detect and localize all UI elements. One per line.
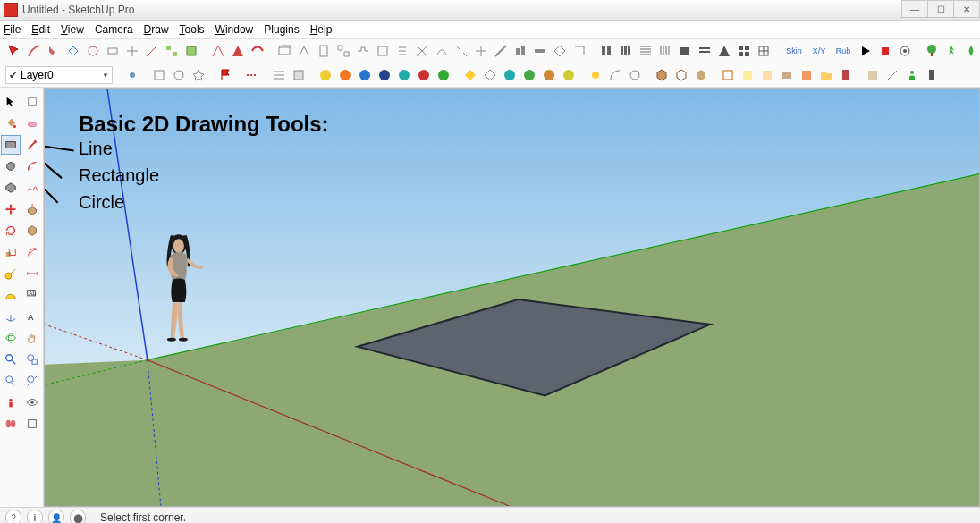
tool-icon[interactable] xyxy=(617,42,635,60)
tool-icon[interactable] xyxy=(570,42,588,60)
menu-view[interactable]: View xyxy=(61,23,84,36)
tool-icon[interactable] xyxy=(123,42,141,60)
zoom-extents-tool[interactable] xyxy=(22,371,42,391)
sphere-green-icon[interactable] xyxy=(435,66,452,84)
text-tool[interactable]: A1 xyxy=(22,285,42,305)
line-tool[interactable] xyxy=(22,135,42,155)
rectangle-tool[interactable] xyxy=(1,135,21,155)
box-icon[interactable] xyxy=(692,66,710,84)
tool-icon[interactable] xyxy=(531,42,549,60)
label-skin[interactable]: Skin xyxy=(781,42,807,60)
tool-icon[interactable] xyxy=(209,42,227,60)
menu-help[interactable]: Help xyxy=(310,23,333,36)
menu-draw[interactable]: Draw xyxy=(144,23,169,36)
tree-icon[interactable] xyxy=(923,42,941,60)
tool-icon[interactable] xyxy=(923,66,941,84)
tool-icon[interactable] xyxy=(270,66,288,84)
gear-icon[interactable] xyxy=(896,42,914,60)
label-xy[interactable]: X/Y xyxy=(808,42,830,60)
pan-tool[interactable] xyxy=(22,328,42,348)
protractor-tool[interactable] xyxy=(1,285,21,305)
tool-icon[interactable] xyxy=(393,42,411,60)
paint-bucket-tool[interactable] xyxy=(1,114,21,133)
tool-icon[interactable] xyxy=(606,66,624,84)
tool-icon[interactable] xyxy=(104,42,122,60)
tool-icon[interactable] xyxy=(64,42,82,60)
tool-icon[interactable] xyxy=(25,42,43,60)
sphere-navy-icon[interactable] xyxy=(376,66,393,84)
tool-icon[interactable] xyxy=(84,42,102,60)
3d-text-tool[interactable]: A xyxy=(22,307,42,326)
look-around-tool[interactable] xyxy=(22,392,42,412)
tool-icon[interactable] xyxy=(739,66,756,84)
tool-icon[interactable] xyxy=(735,42,753,60)
sphere-icon[interactable] xyxy=(540,66,558,84)
move-tool[interactable] xyxy=(1,199,21,219)
follow-me-tool[interactable] xyxy=(22,221,42,240)
tool-icon[interactable] xyxy=(229,42,247,60)
person-icon[interactable] xyxy=(903,66,921,84)
scale-tool[interactable] xyxy=(1,242,21,262)
tool-icon[interactable] xyxy=(864,66,882,84)
previous-view-tool[interactable] xyxy=(1,371,21,391)
tool-icon[interactable] xyxy=(778,66,796,84)
stop-icon[interactable] xyxy=(876,42,894,60)
zoom-window-tool[interactable] xyxy=(22,350,42,369)
tool-icon[interactable] xyxy=(5,42,23,60)
polygon-tool[interactable] xyxy=(1,178,21,198)
dimension-tool[interactable] xyxy=(22,264,42,283)
tape-measure-tool[interactable] xyxy=(1,264,21,283)
position-camera-tool[interactable] xyxy=(1,392,21,412)
play-icon[interactable] xyxy=(857,42,874,60)
walk-tool[interactable] xyxy=(1,414,21,434)
layer-refresh-icon[interactable] xyxy=(123,66,141,84)
axes-tool[interactable] xyxy=(1,307,21,326)
tool-icon[interactable] xyxy=(45,42,63,60)
tool-icon[interactable] xyxy=(883,66,901,84)
user-icon[interactable]: 👤 xyxy=(48,510,64,523)
box-icon[interactable] xyxy=(653,66,671,84)
menu-edit[interactable]: Edit xyxy=(31,23,50,36)
zoom-tool[interactable] xyxy=(1,350,21,369)
tool-icon[interactable] xyxy=(626,66,644,84)
sphere-icon[interactable] xyxy=(520,66,538,84)
select-tool[interactable] xyxy=(1,92,21,112)
tool-icon[interactable] xyxy=(492,42,510,60)
tool-icon[interactable] xyxy=(758,66,776,84)
viewport[interactable]: Basic 2D Drawing Tools: Line Rectangle C… xyxy=(44,88,980,507)
tool-icon[interactable] xyxy=(290,66,308,84)
tool-icon[interactable] xyxy=(249,42,266,60)
tool-icon[interactable] xyxy=(374,42,392,60)
tool-icon[interactable] xyxy=(637,42,655,60)
maximize-button[interactable]: ☐ xyxy=(927,0,954,18)
help-icon[interactable]: ? xyxy=(5,510,21,523)
tool-icon[interactable] xyxy=(511,42,529,60)
label-rub[interactable]: Rub xyxy=(832,42,855,60)
tool-icon[interactable] xyxy=(433,42,451,60)
info-icon[interactable]: i xyxy=(27,510,43,523)
geo-icon[interactable]: ⬤ xyxy=(70,510,86,523)
orbit-tool[interactable] xyxy=(1,328,21,348)
menu-window[interactable]: Window xyxy=(215,23,254,36)
minimize-button[interactable]: — xyxy=(901,0,928,18)
tool-icon[interactable] xyxy=(315,42,333,60)
sphere-blue-icon[interactable] xyxy=(356,66,374,84)
tool-icon[interactable] xyxy=(551,42,569,60)
tool-icon[interactable] xyxy=(295,42,313,60)
tool-icon[interactable] xyxy=(334,42,352,60)
tool-icon[interactable] xyxy=(676,42,694,60)
tool-icon[interactable] xyxy=(243,66,261,84)
circle-tool[interactable] xyxy=(1,156,21,176)
close-button[interactable]: ✕ xyxy=(953,0,980,18)
bush-icon[interactable] xyxy=(942,42,960,60)
tool-icon[interactable] xyxy=(452,42,470,60)
layer-combo[interactable]: ✔ Layer0 ▼ xyxy=(5,66,113,84)
tool-icon[interactable] xyxy=(755,42,773,60)
offset-tool[interactable] xyxy=(22,242,42,262)
menu-camera[interactable]: Camera xyxy=(95,23,133,36)
tool-icon[interactable] xyxy=(472,42,490,60)
sphere-yellow-icon[interactable] xyxy=(317,66,334,84)
freehand-tool[interactable] xyxy=(22,178,42,198)
star-icon[interactable] xyxy=(190,66,207,84)
sphere-icon[interactable] xyxy=(560,66,578,84)
